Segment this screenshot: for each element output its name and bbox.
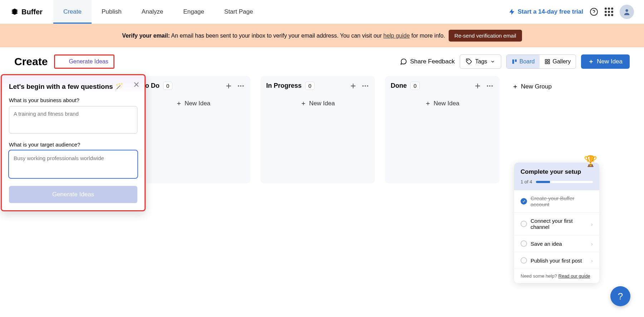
question-1-label: What is your business about? <box>9 97 137 103</box>
new-group-button[interactable]: New Group <box>509 76 555 97</box>
svg-rect-4 <box>515 59 517 62</box>
svg-point-14 <box>367 85 369 87</box>
add-icon[interactable] <box>225 82 233 90</box>
trophy-icon: 🏆 <box>584 155 597 167</box>
modal-title: Let's begin with a few questions 🪄 <box>9 82 137 91</box>
plus-icon <box>512 84 518 90</box>
svg-point-16 <box>489 85 491 87</box>
wand-icon <box>60 59 66 64</box>
progress-bar <box>536 181 593 183</box>
column-count: 0 <box>410 82 420 90</box>
nav-publish[interactable]: Publish <box>92 0 132 24</box>
add-idea-button[interactable]: New Idea <box>142 96 245 111</box>
page-title: Create <box>14 56 48 68</box>
setup-item-idea[interactable]: Save an idea› <box>514 235 599 252</box>
tags-button[interactable]: Tags <box>460 54 501 69</box>
more-icon[interactable] <box>361 82 369 90</box>
column-done: Done 0 New Idea <box>385 76 499 183</box>
add-icon[interactable] <box>474 82 482 90</box>
column-count: 0 <box>163 82 172 90</box>
svg-point-13 <box>365 85 366 87</box>
resend-email-button[interactable]: Re-send verification email <box>449 30 522 42</box>
banner-text: Verify your email: An email has been sen… <box>122 33 445 39</box>
check-icon <box>521 198 527 205</box>
read-guide-link[interactable]: Read our guide <box>558 273 590 279</box>
svg-point-12 <box>362 85 364 87</box>
plus-icon <box>176 101 182 106</box>
plus-icon <box>301 101 306 106</box>
check-icon <box>521 257 527 264</box>
chat-icon <box>400 58 407 65</box>
add-idea-button[interactable]: New Idea <box>266 96 369 111</box>
brand-name: Buffer <box>21 8 43 16</box>
buffer-logo-icon <box>11 8 19 16</box>
svg-rect-3 <box>512 59 514 64</box>
svg-point-17 <box>492 85 493 87</box>
column-count: 0 <box>305 82 314 90</box>
progress-text: 1 of 4 <box>521 179 532 184</box>
svg-point-0 <box>590 8 597 15</box>
board-icon <box>512 59 517 64</box>
add-idea-button[interactable]: New Idea <box>391 96 494 111</box>
column-inprogress: In Progress 0 New Idea <box>260 76 375 183</box>
chevron-right-icon: › <box>591 241 593 247</box>
add-icon[interactable] <box>349 82 357 90</box>
bolt-icon <box>508 8 516 15</box>
column-todo: To Do 0 New Idea <box>136 76 250 183</box>
email-verify-banner: Verify your email: An email has been sen… <box>0 24 644 47</box>
setup-item-channel[interactable]: Connect your first channel› <box>514 213 599 235</box>
svg-rect-6 <box>548 59 550 61</box>
chevron-right-icon: › <box>591 258 593 264</box>
plus-icon <box>588 59 594 64</box>
help-fab[interactable]: ? <box>610 286 630 306</box>
svg-rect-7 <box>545 62 547 64</box>
check-icon <box>521 221 527 227</box>
more-icon[interactable] <box>486 82 494 90</box>
setup-footer: Need some help? Read our guide <box>514 269 599 283</box>
svg-rect-5 <box>545 59 547 61</box>
share-feedback-link[interactable]: Share Feedback <box>400 58 455 65</box>
chevron-right-icon: › <box>591 221 593 227</box>
nav-startpage[interactable]: Start Page <box>214 0 263 24</box>
close-button[interactable]: ✕ <box>133 80 140 90</box>
gallery-view-button[interactable]: Gallery <box>540 55 576 68</box>
tag-icon <box>466 58 472 65</box>
svg-point-10 <box>240 85 241 87</box>
setup-title: Complete your setup <box>521 168 593 176</box>
help-guide-link[interactable]: help guide <box>384 33 410 39</box>
logo[interactable]: Buffer <box>0 8 53 16</box>
svg-point-1 <box>625 9 628 12</box>
svg-point-11 <box>243 85 244 87</box>
new-idea-button[interactable]: New Idea <box>581 54 630 69</box>
svg-point-2 <box>467 60 468 61</box>
generate-button[interactable]: Generate Ideas <box>9 186 137 203</box>
trial-text: Start a 14-day free trial <box>518 8 583 15</box>
gallery-icon <box>545 59 550 64</box>
view-toggle: Board Gallery <box>506 54 576 69</box>
column-title: In Progress <box>266 82 302 90</box>
svg-point-9 <box>238 85 239 87</box>
generate-ideas-modal: ✕ Let's begin with a few questions 🪄 Wha… <box>1 74 146 211</box>
svg-rect-8 <box>548 62 550 64</box>
setup-item-account[interactable]: Create your Buffer account <box>514 190 599 213</box>
nav-engage[interactable]: Engage <box>173 0 214 24</box>
column-title: Done <box>391 82 407 90</box>
apps-icon[interactable] <box>605 8 613 16</box>
setup-panel: 🏆 Complete your setup 1 of 4 Create your… <box>514 163 599 283</box>
trial-link[interactable]: Start a 14-day free trial <box>508 8 583 15</box>
check-icon <box>521 240 527 247</box>
nav-create[interactable]: Create <box>53 0 92 24</box>
board-view-button[interactable]: Board <box>507 55 540 68</box>
audience-input[interactable] <box>9 150 137 178</box>
svg-point-15 <box>487 85 488 87</box>
question-2-label: What is your target audience? <box>9 141 137 148</box>
generate-ideas-button[interactable]: Generate Ideas <box>54 54 114 69</box>
business-input[interactable] <box>9 106 137 134</box>
plus-icon <box>425 101 431 106</box>
setup-item-publish[interactable]: Publish your first post› <box>514 252 599 269</box>
avatar[interactable] <box>620 5 634 19</box>
chevron-down-icon <box>490 59 495 64</box>
help-icon[interactable] <box>590 8 598 16</box>
nav-analyze[interactable]: Analyze <box>132 0 173 24</box>
more-icon[interactable] <box>237 82 245 90</box>
